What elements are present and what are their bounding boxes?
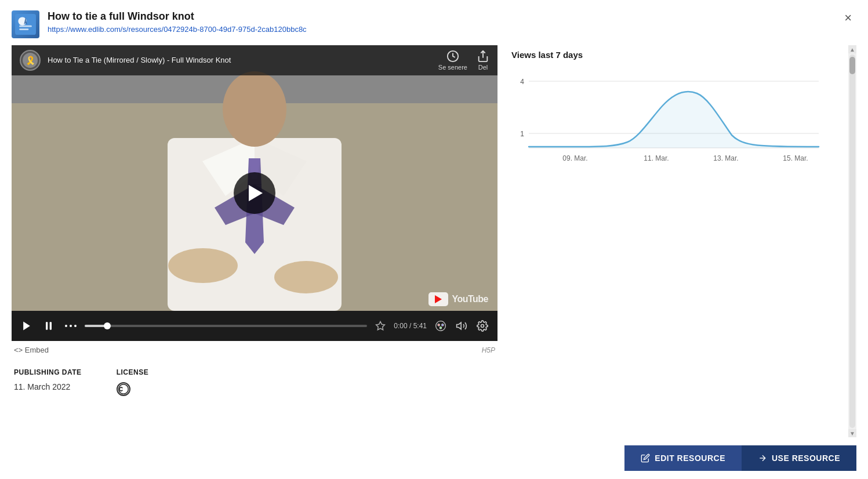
svg-text:13. Mar.: 13. Mar. (713, 154, 738, 162)
use-resource-label: USE RESOURCE (772, 453, 840, 463)
svg-rect-0 (15, 14, 36, 35)
svg-point-30 (440, 327, 441, 329)
svg-text:15. Mar.: 15. Mar. (783, 154, 808, 162)
svg-rect-2 (19, 26, 32, 27)
svg-point-27 (436, 321, 446, 331)
meta-section: PUBLISHING DATE 11. March 2022 LICENSE (12, 359, 497, 401)
video-bar-actions: Se senere Del (438, 50, 489, 71)
right-panel: Views last 7 days 4 1 09. Mar. (497, 45, 856, 437)
play-button[interactable] (234, 172, 275, 214)
svg-text:1: 1 (520, 130, 524, 138)
svg-rect-22 (50, 322, 52, 329)
publishing-date-col: PUBLISHING DATE 11. March 2022 (14, 368, 82, 396)
svg-text:11. Mar.: 11. Mar. (644, 154, 669, 162)
scroll-track[interactable] (849, 55, 855, 428)
hp-badge: H5P (482, 346, 495, 354)
resource-icon (12, 10, 39, 38)
svg-rect-3 (19, 28, 28, 30)
edit-resource-label: EDIT RESOURCE (655, 453, 725, 463)
header-text: How to tie a full Windsor knot https://w… (48, 10, 831, 34)
publishing-date-value: 11. March 2022 (14, 382, 82, 391)
svg-point-23 (65, 325, 67, 327)
bookmark-button[interactable] (373, 318, 388, 333)
svg-text:09. Mar.: 09. Mar. (562, 154, 587, 162)
youtube-icon (428, 292, 448, 306)
svg-point-17 (223, 71, 286, 147)
edit-resource-button[interactable]: EDIT RESOURCE (624, 445, 742, 471)
menu-button[interactable] (63, 320, 79, 332)
scroll-up-arrow[interactable]: ▲ (848, 45, 856, 53)
modal-container: How to tie a full Windsor knot https://w… (0, 0, 868, 479)
volume-button[interactable] (453, 318, 470, 334)
svg-rect-21 (46, 322, 48, 329)
scrollbar[interactable]: ▲ ▼ (848, 45, 856, 437)
video-controls: 0:00 / 5:41 (12, 311, 497, 341)
resource-title: How to tie a full Windsor knot (48, 10, 831, 23)
play-pause-button[interactable] (19, 318, 35, 334)
settings-button[interactable] (474, 318, 491, 334)
svg-point-29 (442, 324, 444, 326)
svg-marker-20 (23, 322, 30, 331)
pause-button[interactable] (41, 318, 57, 334)
resource-url[interactable]: https://www.edlib.com/s/resources/047292… (48, 25, 831, 34)
cc-icon (117, 382, 130, 396)
below-video: <> Embed H5P (12, 341, 497, 359)
modal-body: 🎗️ How to Tie a Tie (Mirrored / Slowly) … (0, 45, 868, 437)
license-label: LICENSE (117, 368, 149, 376)
modal-footer: EDIT RESOURCE USE RESOURCE (0, 437, 868, 479)
time-display: 0:00 / 5:41 (394, 322, 427, 330)
license-value (117, 382, 149, 396)
play-triangle (249, 185, 263, 201)
use-resource-button[interactable]: USE RESOURCE (742, 445, 856, 471)
svg-point-16 (274, 261, 338, 293)
youtube-logo: YouTube (428, 292, 488, 306)
progress-dot (104, 322, 111, 329)
svg-point-15 (168, 248, 238, 283)
close-button[interactable]: × (840, 9, 856, 27)
scroll-down-arrow[interactable]: ▼ (848, 429, 856, 437)
license-col: LICENSE (117, 368, 149, 396)
chart-title: Views last 7 days (511, 50, 856, 60)
channel-avatar: 🎗️ (20, 50, 41, 71)
publishing-date-label: PUBLISHING DATE (14, 368, 82, 376)
svg-text:4: 4 (520, 78, 524, 86)
modal-header: How to tie a full Windsor knot https://w… (0, 0, 868, 45)
watch-later-action[interactable]: Se senere (438, 50, 467, 71)
svg-marker-31 (457, 322, 462, 329)
scroll-thumb[interactable] (849, 57, 855, 74)
video-overlay-bar: 🎗️ How to Tie a Tie (Mirrored / Slowly) … (12, 45, 497, 75)
svg-point-28 (438, 324, 440, 326)
left-panel: 🎗️ How to Tie a Tie (Mirrored / Slowly) … (12, 45, 497, 437)
svg-marker-26 (376, 322, 385, 330)
video-title: How to Tie a Tie (Mirrored / Slowly) - F… (48, 56, 431, 66)
progress-bar[interactable] (85, 325, 367, 327)
color-button[interactable] (433, 318, 449, 334)
embed-link[interactable]: <> Embed (14, 346, 49, 354)
video-player[interactable]: 🎗️ How to Tie a Tie (Mirrored / Slowly) … (12, 45, 497, 341)
ctrl-icons (433, 318, 491, 334)
svg-point-33 (118, 384, 128, 394)
share-action[interactable]: Del (477, 50, 489, 71)
svg-point-32 (481, 325, 484, 328)
svg-point-25 (74, 325, 77, 327)
svg-point-24 (70, 325, 72, 327)
views-chart: 4 1 09. Mar. 11. Mar. 13. Mar. 15. Mar. (511, 67, 856, 171)
